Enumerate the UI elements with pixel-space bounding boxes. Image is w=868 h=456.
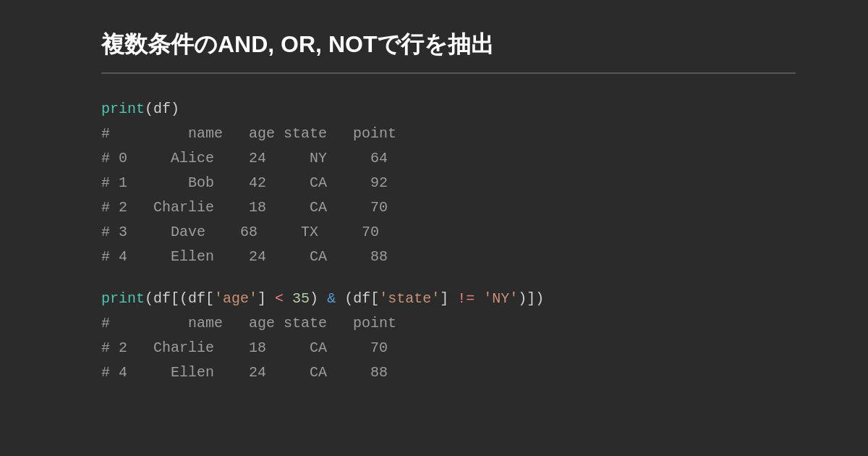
main-container: 複数条件のAND, OR, NOTで行を抽出 print(df) # name …: [0, 0, 868, 431]
table-row: # 3 Dave 68 TX 70: [101, 220, 796, 245]
row-comment: # 1: [101, 174, 127, 191]
table-row: # 2 Charlie 18 CA 70: [101, 336, 796, 360]
table-row: # 0 Alice 24 NY 64: [101, 146, 796, 171]
divider: [101, 72, 796, 74]
row-data: Alice 24 NY 64: [127, 150, 388, 166]
table-row: # 4 Ellen 24 CA 88: [101, 245, 796, 269]
page-title: 複数条件のAND, OR, NOTで行を抽出: [101, 29, 796, 61]
row-data: Dave 68 TX 70: [127, 224, 379, 240]
paren-close: ): [171, 101, 179, 117]
row-comment: # 2: [101, 199, 127, 216]
paren-open: (: [145, 101, 153, 117]
table-row: # 2 Charlie 18 CA 70: [101, 195, 796, 220]
filter-header-comment: # name age state point: [101, 311, 796, 336]
row-comment: # 0: [101, 150, 127, 166]
table-row: # 4 Ellen 24 CA 88: [101, 360, 796, 385]
row-comment: # 3: [101, 224, 127, 240]
row-data: Bob 42 CA 92: [127, 174, 388, 191]
print-filter-line: print(df[(df['age'] < 35) & (df['state']…: [101, 287, 796, 311]
print-df-section: print(df) # name age state point # 0 Ali…: [101, 97, 796, 269]
row-data: Charlie 18 CA 70: [127, 199, 388, 216]
print-keyword-2: print: [101, 290, 145, 307]
row-data: Ellen 24 CA 88: [127, 248, 388, 265]
comment-header-text: name age state point: [110, 125, 396, 142]
df-arg: df: [153, 101, 171, 117]
df-header-comment: # name age state point: [101, 122, 796, 146]
print-df-line: print(df): [101, 97, 796, 122]
table-row: # 1 Bob 42 CA 92: [101, 171, 796, 195]
print-filter-section: print(df[(df['age'] < 35) & (df['state']…: [101, 287, 796, 385]
comment-hash: #: [101, 125, 110, 142]
row-comment: # 4: [101, 248, 127, 265]
code-section-1: print(df) # name age state point # 0 Ali…: [101, 97, 796, 385]
print-keyword: print: [101, 101, 145, 117]
